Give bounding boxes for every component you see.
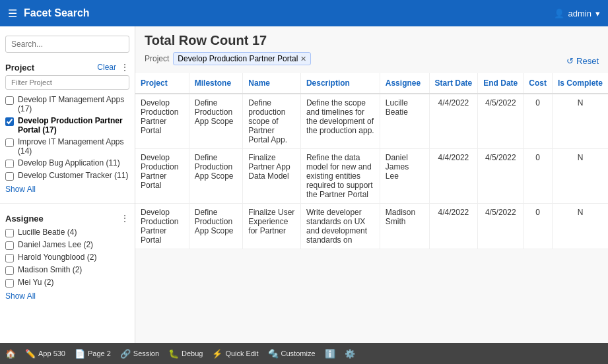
table-column-end-date[interactable]: End Date [478, 73, 524, 94]
bottom-bar-item-8[interactable]: ⚙️ [345, 349, 355, 359]
table-cell-milestone: Define Production App Scope [189, 204, 243, 249]
project-filter-wrap [5, 75, 129, 90]
project-checkbox-1[interactable] [5, 117, 14, 126]
sidebar: Project Clear ⋮ Develop IT Management Ap… [0, 26, 135, 343]
assignee-checkbox-1[interactable] [5, 241, 14, 250]
table-cell-description: Refine the data model for new and existi… [300, 149, 380, 204]
project-show-all-link[interactable]: Show All [5, 182, 36, 197]
table-column-milestone[interactable]: Milestone [189, 73, 243, 94]
sidebar-search-wrap [0, 32, 135, 57]
project-facet-item[interactable]: Develop IT Management Apps (17) [5, 94, 129, 115]
total-count: Total Row Count 17 [145, 33, 599, 48]
table-cell-milestone: Define Production App Scope [189, 94, 243, 149]
table-column-cost[interactable]: Cost [524, 73, 553, 94]
bottom-bar-item-4[interactable]: 🐛Debug [168, 349, 203, 359]
project-facet-item[interactable]: Develop Customer Tracker (11) [5, 169, 129, 182]
assignee-facet-item[interactable]: Harold Youngblood (2) [5, 251, 129, 264]
bottom-bar-item-3[interactable]: 🔗Session [120, 349, 159, 359]
reset-label: Reset [576, 56, 599, 66]
assignee-facet-title: Assignee [5, 214, 44, 224]
table-cell-cost: 0 [524, 204, 553, 249]
table-column-start-date[interactable]: Start Date [429, 73, 478, 94]
project-facet-title: Project [5, 63, 34, 73]
project-filter-input[interactable] [5, 75, 129, 90]
project-more-button[interactable]: ⋮ [120, 62, 129, 73]
table-wrap: ProjectMilestoneNameDescriptionAssigneeS… [135, 73, 608, 343]
project-facet-item[interactable]: Develop Production Partner Portal (17) [5, 115, 129, 136]
table-cell-end-date: 4/5/2022 [478, 149, 524, 204]
user-label[interactable]: admin [568, 9, 591, 18]
table-cell-name: Finalize Partner App Data Model [243, 149, 301, 204]
table-row: Develop Production Partner PortalDefine … [135, 149, 608, 204]
project-checkbox-2[interactable] [5, 138, 14, 147]
project-facet-item[interactable]: Improve IT Management Apps (14) [5, 136, 129, 157]
table-column-assignee[interactable]: Assignee [380, 73, 429, 94]
assignee-show-all-link[interactable]: Show All [5, 289, 36, 303]
bottom-bar-item-5[interactable]: ⚡Quick Edit [212, 349, 258, 359]
assignee-checkbox-0[interactable] [5, 229, 14, 237]
filter-tag: Develop Production Partner Portal ✕ [173, 52, 311, 65]
assignee-facet-item[interactable]: Lucille Beatie (4) [5, 226, 129, 239]
hamburger-icon[interactable]: ☰ [8, 7, 17, 20]
table-cell-end-date: 4/5/2022 [478, 204, 524, 249]
table-column-project[interactable]: Project [135, 73, 189, 94]
assignee-checkbox-2[interactable] [5, 254, 14, 262]
project-item-label: Develop Bug Application (11) [18, 158, 120, 167]
bottom-bar-icon-6: 🔩 [268, 349, 279, 359]
bottom-bar-item-0[interactable]: 🏠 [5, 349, 16, 359]
table-cell-start-date: 4/4/2022 [429, 94, 478, 149]
bottom-bar-item-2[interactable]: 📄Page 2 [75, 349, 111, 359]
table-cell-start-date: 4/4/2022 [429, 204, 478, 249]
assignee-facet-item[interactable]: Madison Smith (2) [5, 264, 129, 276]
bottom-bar-label-5: Quick Edit [225, 349, 258, 357]
table-cell-milestone: Define Production App Scope [189, 149, 243, 204]
table-cell-project: Develop Production Partner Portal [135, 94, 189, 149]
project-facet-header: Project Clear ⋮ [5, 59, 129, 75]
project-items-list: Develop IT Management Apps (17)Develop P… [5, 94, 129, 182]
table-cell-project: Develop Production Partner Portal [135, 149, 189, 204]
sidebar-search-input[interactable] [5, 36, 129, 53]
main-layout: Project Clear ⋮ Develop IT Management Ap… [0, 26, 608, 343]
project-item-label: Develop IT Management Apps (17) [18, 95, 129, 113]
bottom-bar-icon-8: ⚙️ [345, 349, 355, 359]
table-column-description[interactable]: Description [300, 73, 380, 94]
project-clear-link[interactable]: Clear [97, 63, 116, 72]
assignee-facet-section: Assignee ⋮ Lucille Beatie (4)Daniel Jame… [0, 208, 135, 306]
table-column-name[interactable]: Name [243, 73, 301, 94]
bottom-bar-item-1[interactable]: ✏️App 530 [25, 349, 65, 359]
table-cell-description: Define the scope and timelines for the d… [300, 94, 380, 149]
table-cell-name: Finalize User Experience for Partner [243, 204, 301, 249]
assignee-facet-header: Assignee ⋮ [5, 210, 129, 226]
assignee-facet-item[interactable]: Mei Yu (2) [5, 276, 129, 289]
bottom-bar-label-6: Customize [281, 349, 316, 357]
assignee-facet-item[interactable]: Daniel James Lee (2) [5, 239, 129, 251]
project-item-label: Develop Customer Tracker (11) [18, 171, 128, 180]
bottom-bar-item-7[interactable]: ℹ️ [325, 349, 335, 359]
table-column-is-complete[interactable]: Is Complete [552, 73, 608, 94]
main-header: Total Row Count 17 Project Develop Produ… [135, 26, 608, 73]
project-checkbox-0[interactable] [5, 96, 14, 105]
assignee-more-button[interactable]: ⋮ [120, 213, 129, 224]
bottom-bar-item-6[interactable]: 🔩Customize [268, 349, 316, 359]
user-chevron-icon[interactable]: ▾ [595, 9, 600, 18]
filter-tag-close-icon[interactable]: ✕ [300, 55, 306, 63]
project-item-label: Develop Production Partner Portal (17) [18, 116, 129, 135]
table-body: Develop Production Partner PortalDefine … [135, 94, 608, 249]
table-row: Develop Production Partner PortalDefine … [135, 94, 608, 149]
reset-button[interactable]: ↺ Reset [566, 56, 599, 66]
bottom-bar: 🏠✏️App 530📄Page 2🔗Session🐛Debug⚡Quick Ed… [0, 343, 608, 364]
project-facet-item[interactable]: Develop Bug Application (11) [5, 157, 129, 169]
filter-tag-value: Develop Production Partner Portal [178, 54, 298, 63]
assignee-checkbox-3[interactable] [5, 266, 14, 275]
project-checkbox-3[interactable] [5, 160, 14, 168]
table-cell-description: Write developer standards on UX and deve… [300, 204, 380, 249]
table-cell-cost: 0 [524, 94, 553, 149]
assignee-checkbox-4[interactable] [5, 279, 14, 288]
reset-icon: ↺ [566, 56, 574, 66]
project-facet-section: Project Clear ⋮ Develop IT Management Ap… [0, 57, 135, 199]
project-checkbox-4[interactable] [5, 172, 14, 181]
table-cell-assignee: Madison Smith [380, 204, 429, 249]
table-cell-end-date: 4/5/2022 [478, 94, 524, 149]
filter-tags: Project Develop Production Partner Porta… [145, 52, 311, 65]
facet-divider [0, 203, 135, 204]
